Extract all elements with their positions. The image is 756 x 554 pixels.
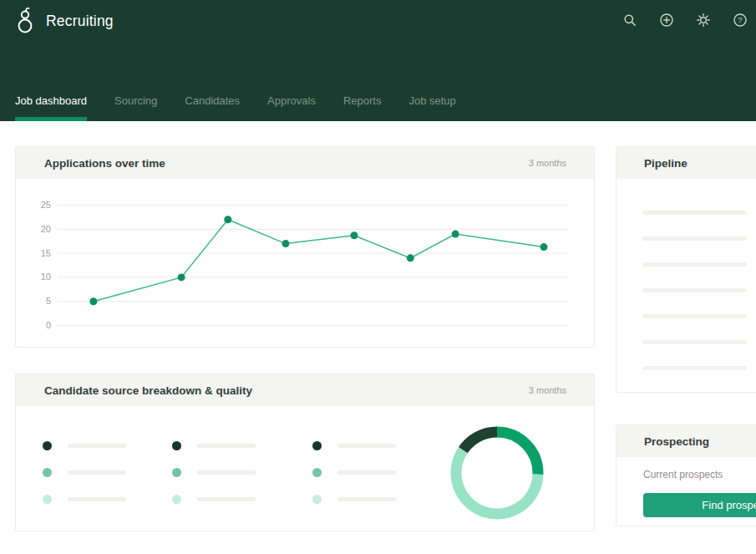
greenhouse-logo-icon[interactable] xyxy=(15,8,35,34)
donut-segment[interactable] xyxy=(497,432,538,475)
y-axis-tick-label: 0 xyxy=(46,320,51,330)
candidate-source-card: Candidate source breakdown & quality 3 m… xyxy=(15,374,595,531)
legend-skeleton-line xyxy=(68,470,126,475)
legend-dot-icon xyxy=(172,495,181,504)
legend-skeleton-line xyxy=(337,444,396,448)
pipeline-card-title: Pipeline xyxy=(644,157,688,170)
candidate-source-range-label: 3 months xyxy=(529,385,566,395)
pipeline-skeleton-line xyxy=(642,211,747,215)
data-point[interactable] xyxy=(407,254,414,262)
legend-skeleton-line xyxy=(337,470,396,475)
help-icon[interactable]: ? xyxy=(733,13,748,28)
y-axis-tick-label: 10 xyxy=(41,272,51,282)
donut-segment[interactable] xyxy=(463,432,497,450)
pipeline-skeleton-line xyxy=(642,314,747,318)
candidate-source-card-title: Candidate source breakdown & quality xyxy=(44,384,252,397)
pipeline-skeleton-line xyxy=(642,366,747,370)
header-icons: ? xyxy=(622,13,748,28)
legend-dot-icon xyxy=(43,441,52,450)
legend-dot-icon xyxy=(172,441,181,450)
data-point[interactable] xyxy=(224,216,231,223)
y-axis-tick-label: 15 xyxy=(41,248,51,258)
applications-card-header: Applications over time 3 months xyxy=(16,147,594,179)
find-prospects-button[interactable]: Find prospects xyxy=(643,493,756,517)
pipeline-skeleton-line xyxy=(642,236,747,241)
app-header: Recruiting xyxy=(0,0,756,121)
prospecting-card-title: Prospecting xyxy=(644,435,709,448)
add-icon[interactable] xyxy=(659,13,674,28)
legend-item xyxy=(172,495,256,504)
current-prospects-label: Current prospects xyxy=(643,469,723,480)
legend-skeleton-line xyxy=(68,444,126,448)
legend-skeleton-line xyxy=(197,470,256,475)
tab-job-setup[interactable]: Job setup xyxy=(408,94,455,121)
y-axis-tick-label: 5 xyxy=(46,296,51,306)
search-icon[interactable] xyxy=(622,13,637,28)
applications-card-title: Applications over time xyxy=(44,157,165,170)
legend-item xyxy=(312,495,396,504)
legend-item xyxy=(43,441,126,450)
data-point[interactable] xyxy=(282,240,289,247)
page: Recruiting xyxy=(0,0,756,554)
brand: Recruiting xyxy=(15,8,114,34)
data-point[interactable] xyxy=(350,231,358,239)
legend-item xyxy=(312,468,396,477)
settings-gear-icon[interactable] xyxy=(696,13,711,28)
prospecting-card: Prospecting Current prospects Find prosp… xyxy=(616,424,756,526)
pipeline-skeleton-line xyxy=(642,262,747,267)
legend-item xyxy=(43,468,126,477)
tab-candidates[interactable]: Candidates xyxy=(185,94,240,121)
data-point[interactable] xyxy=(89,297,97,305)
legend-skeleton-line xyxy=(337,497,396,501)
tab-job-dashboard[interactable]: Job dashboard xyxy=(15,94,87,121)
legend-dot-icon xyxy=(43,468,52,477)
primary-nav: Job dashboard Sourcing Candidates Approv… xyxy=(15,94,456,121)
tab-approvals[interactable]: Approvals xyxy=(267,94,316,121)
pipeline-card-header: Pipeline xyxy=(616,147,756,179)
app-title: Recruiting xyxy=(46,13,114,30)
applications-range-label: 3 months xyxy=(529,158,566,168)
legend-skeleton-line xyxy=(68,497,126,501)
legend-skeleton-line xyxy=(197,497,256,501)
prospecting-card-header: Prospecting xyxy=(616,425,756,457)
legend-item xyxy=(43,495,126,504)
legend-item xyxy=(312,441,396,450)
legend-dot-icon xyxy=(172,468,181,477)
legend-dot-icon xyxy=(312,441,322,450)
pipeline-card: Pipeline xyxy=(616,146,756,393)
tab-reports[interactable]: Reports xyxy=(343,94,382,121)
data-point[interactable] xyxy=(452,231,459,238)
candidate-source-card-header: Candidate source breakdown & quality 3 m… xyxy=(16,374,594,406)
applications-trend-line xyxy=(94,220,544,302)
legend-dot-icon xyxy=(312,495,322,504)
donut-segment[interactable] xyxy=(456,450,538,514)
svg-text:?: ? xyxy=(738,15,742,24)
applications-over-time-card: Applications over time 3 months 05101520… xyxy=(15,146,595,348)
pipeline-skeleton-line xyxy=(642,288,747,292)
tab-sourcing[interactable]: Sourcing xyxy=(114,94,157,121)
legend-dot-icon xyxy=(43,495,52,504)
pipeline-skeleton-line xyxy=(642,340,747,344)
data-point[interactable] xyxy=(178,273,185,281)
legend-item xyxy=(172,468,256,477)
legend-item xyxy=(172,441,256,450)
legend-skeleton-line xyxy=(197,444,256,448)
data-point[interactable] xyxy=(540,243,548,251)
legend-dot-icon xyxy=(312,468,322,477)
y-axis-tick-label: 25 xyxy=(41,200,51,210)
y-axis-tick-label: 20 xyxy=(41,224,51,234)
